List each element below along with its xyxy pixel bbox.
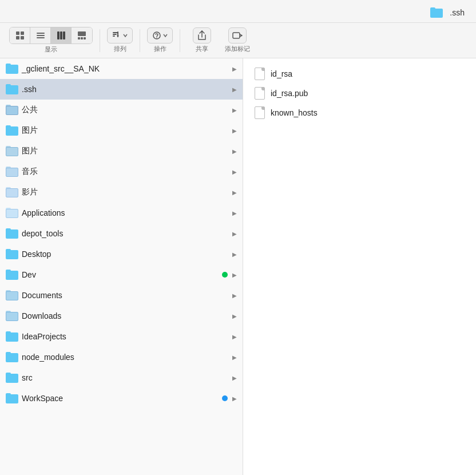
grid-view-button[interactable] [10, 27, 30, 43]
svg-rect-2 [16, 36, 19, 39]
tag-button[interactable] [228, 27, 247, 43]
list-item[interactable]: Documents ▶ [0, 285, 243, 306]
svg-rect-7 [57, 31, 60, 39]
folder-name: WorkSpace [22, 394, 222, 403]
folder-icon [6, 64, 18, 74]
share-button[interactable] [193, 27, 211, 43]
chevron-right-icon: ▶ [232, 169, 237, 175]
folder-icon [6, 331, 18, 342]
list-item[interactable]: WorkSpace ▶ [0, 388, 243, 409]
title-folder-icon [430, 7, 443, 18]
folder-icon [6, 187, 18, 197]
svg-rect-6 [37, 37, 45, 38]
folder-icon [6, 125, 18, 136]
gallery-view-button[interactable] [72, 27, 92, 43]
list-item[interactable]: Desktop ▶ [0, 244, 243, 264]
right-panel: id_rsa id_rsa.pub known_hosts [243, 58, 476, 475]
folder-name: _gclient_src__SA_NK [22, 64, 230, 73]
chevron-right-icon: ▶ [232, 66, 237, 72]
toolbar-separator-2 [140, 29, 140, 52]
folder-name: Dev [22, 270, 222, 279]
folder-name: Documents [22, 291, 230, 300]
svg-rect-16 [113, 35, 115, 37]
actions-group: 操作 [147, 27, 173, 53]
folder-name: Desktop [22, 250, 230, 259]
chevron-right-icon: ▶ [232, 189, 237, 196]
chevron-right-icon: ▶ [232, 148, 237, 155]
list-item[interactable]: depot_tools ▶ [0, 223, 243, 244]
folder-icon [6, 146, 18, 156]
svg-rect-3 [21, 36, 24, 39]
actions-button[interactable] [147, 27, 173, 43]
chevron-right-icon: ▶ [232, 251, 237, 258]
list-item[interactable]: Downloads ▶ [0, 306, 243, 326]
sort-button[interactable] [107, 27, 133, 43]
toolbar-separator-1 [100, 29, 100, 52]
list-item[interactable]: src ▶ [0, 367, 243, 388]
list-item[interactable]: node_modules ▶ [0, 347, 243, 367]
folder-icon [6, 270, 18, 280]
chevron-right-icon: ▶ [232, 272, 237, 278]
folder-icon [6, 167, 18, 177]
chevron-right-icon: ▶ [232, 292, 237, 299]
folder-icon [6, 311, 18, 321]
list-item[interactable]: 图片 ▶ [0, 141, 243, 161]
toolbar-separator-3 [180, 29, 180, 52]
list-item[interactable]: 图片 ▶ [0, 120, 243, 141]
chevron-right-icon: ▶ [232, 86, 237, 93]
folder-name: Applications [22, 208, 230, 217]
list-item[interactable]: id_rsa.pub [255, 84, 465, 103]
svg-rect-4 [37, 33, 45, 34]
list-item[interactable]: 公共 ▶ [0, 100, 243, 120]
folder-icon [6, 105, 18, 115]
folder-name: Downloads [22, 311, 230, 320]
file-name: id_rsa [271, 69, 292, 78]
folder-name: 公共 [22, 105, 230, 115]
file-icon [255, 106, 265, 119]
sort-group: 排列 [107, 27, 133, 53]
view-mode-group: 显示 [9, 27, 93, 54]
share-group: 共享 [187, 27, 217, 53]
file-icon [255, 87, 265, 100]
chevron-right-icon: ▶ [232, 210, 237, 216]
list-item[interactable]: 音乐 ▶ [0, 161, 243, 182]
column-view-button[interactable] [51, 27, 72, 43]
svg-rect-5 [37, 35, 45, 36]
tag-group: 添加标记 [219, 27, 256, 53]
main-content: _gclient_src__SA_NK ▶ .ssh ▶ 公共 ▶ [0, 58, 476, 475]
svg-rect-1 [21, 31, 24, 35]
folder-icon [6, 352, 18, 362]
svg-rect-11 [78, 37, 80, 39]
list-item[interactable]: Applications ▶ [0, 203, 243, 223]
list-item[interactable]: 影片 ▶ [0, 182, 243, 203]
folder-icon [6, 393, 18, 403]
chevron-right-icon: ▶ [232, 231, 237, 237]
svg-rect-0 [16, 31, 19, 35]
list-item[interactable]: .ssh ▶ [0, 79, 243, 100]
folder-icon [6, 84, 18, 94]
list-view-button[interactable] [30, 27, 51, 43]
list-item[interactable]: _gclient_src__SA_NK ▶ [0, 58, 243, 79]
list-item[interactable]: IdeaProjects ▶ [0, 326, 243, 347]
folder-icon [6, 228, 18, 239]
folder-name: node_modules [22, 353, 230, 362]
left-panel: _gclient_src__SA_NK ▶ .ssh ▶ 公共 ▶ [0, 58, 243, 475]
list-item[interactable]: Dev ▶ [0, 264, 243, 285]
svg-rect-12 [81, 37, 83, 39]
list-item[interactable]: id_rsa [255, 64, 465, 84]
svg-point-19 [156, 37, 157, 38]
folder-icon [6, 249, 18, 259]
svg-rect-13 [84, 37, 86, 39]
folder-icon [6, 290, 18, 300]
chevron-right-icon: ▶ [232, 395, 237, 402]
folder-name: IdeaProjects [22, 332, 230, 341]
svg-rect-15 [113, 34, 117, 35]
title-bar: .ssh [0, 0, 476, 23]
list-item[interactable]: known_hosts [255, 103, 465, 122]
view-label: 显示 [45, 45, 57, 54]
svg-rect-20 [233, 33, 240, 38]
chevron-right-icon: ▶ [232, 375, 237, 381]
toolbar: 显示 排列 [0, 23, 476, 58]
chevron-right-icon: ▶ [232, 313, 237, 319]
blue-badge [222, 395, 228, 401]
